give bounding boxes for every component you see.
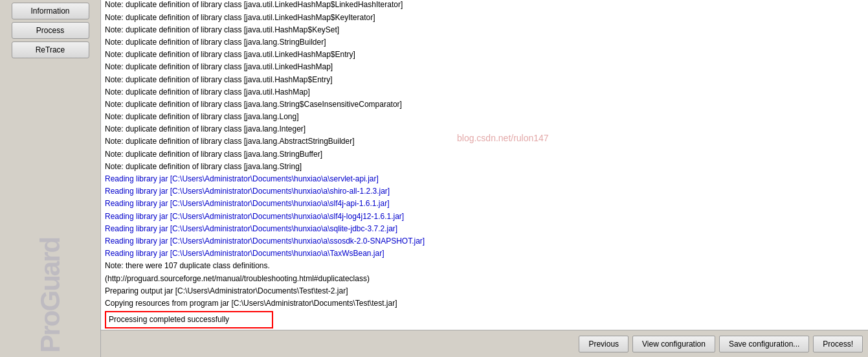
log-line: Note: duplicate definition of library cl… bbox=[105, 123, 864, 135]
sidebar-watermark: ProGuard bbox=[35, 253, 66, 353]
log-line: Note: duplicate definition of library cl… bbox=[105, 98, 864, 111]
log-line: Reading library jar [C:\Users\Administra… bbox=[105, 185, 864, 198]
log-line: Note: duplicate definition of library cl… bbox=[105, 111, 864, 123]
process-button[interactable]: Process! bbox=[813, 336, 863, 352]
log-line: Reading library jar [C:\Users\Administra… bbox=[105, 211, 864, 223]
sidebar-btn-retrace[interactable]: ReTrace bbox=[12, 41, 89, 58]
log-line: Note: duplicate definition of library cl… bbox=[105, 86, 864, 98]
log-line: Note: duplicate definition of library cl… bbox=[105, 161, 864, 173]
log-line: Reading library jar [C:\Users\Administra… bbox=[105, 223, 864, 235]
main-content: Note: duplicate definition of library cl… bbox=[100, 0, 868, 357]
log-line: Note: duplicate definition of library cl… bbox=[105, 61, 864, 73]
log-line: Note: duplicate definition of library cl… bbox=[105, 49, 864, 61]
log-line: Note: duplicate definition of library cl… bbox=[105, 24, 864, 36]
log-line: Note: duplicate definition of library cl… bbox=[105, 36, 864, 49]
log-line: (http://proguard.sourceforge.net/manual/… bbox=[105, 273, 864, 285]
log-line: Reading library jar [C:\Users\Administra… bbox=[105, 235, 864, 248]
log-line: Note: duplicate definition of library cl… bbox=[105, 148, 864, 161]
log-line: Reading library jar [C:\Users\Administra… bbox=[105, 173, 864, 185]
save-configuration-button[interactable]: Save configuration... bbox=[719, 336, 809, 352]
log-line: Copying resources from program jar [C:\U… bbox=[105, 297, 864, 310]
success-message: Processing completed successfully bbox=[105, 311, 273, 328]
log-line: Reading library jar [C:\Users\Administra… bbox=[105, 198, 864, 210]
bottom-toolbar: Previous View configuration Save configu… bbox=[101, 330, 868, 357]
log-line: Note: duplicate definition of library cl… bbox=[105, 135, 864, 148]
log-line: Preparing output jar [C:\Users\Administr… bbox=[105, 285, 864, 297]
previous-button[interactable]: Previous bbox=[579, 336, 629, 352]
log-line: Reading library jar [C:\Users\Administra… bbox=[105, 248, 864, 260]
log-line: Note: duplicate definition of library cl… bbox=[105, 12, 864, 24]
view-configuration-button[interactable]: View configuration bbox=[632, 336, 715, 352]
sidebar-btn-process[interactable]: Process bbox=[12, 22, 89, 39]
log-line: Note: there were 107 duplicate class def… bbox=[105, 260, 864, 272]
sidebar-btn-information[interactable]: Information bbox=[12, 3, 89, 19]
log-area[interactable]: Note: duplicate definition of library cl… bbox=[101, 0, 868, 330]
sidebar: Information Process ReTrace ProGuard bbox=[0, 0, 100, 357]
log-line: Note: duplicate definition of library cl… bbox=[105, 0, 864, 12]
log-line: Note: duplicate definition of library cl… bbox=[105, 74, 864, 86]
